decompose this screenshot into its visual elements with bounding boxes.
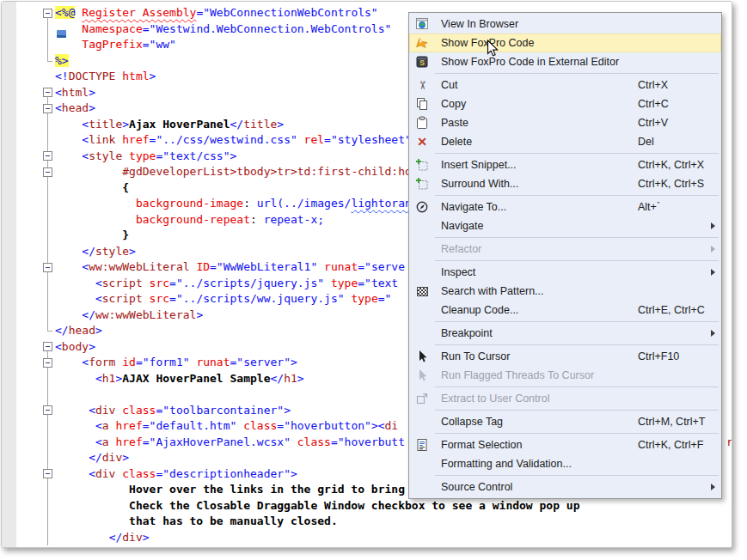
menu-item-view-in-browser[interactable]: View In Browser [409,15,721,33]
menu-separator [435,260,719,261]
no-icon [409,240,435,259]
code-token: </ [230,118,244,131]
code-line[interactable]: <script src="../scripts/jquery.js" type=… [55,276,398,292]
code-line[interactable]: <div class="toolbarcontainer"> [55,403,291,419]
code-line[interactable]: <title>Ajax HoverPanel</title> [55,117,284,133]
code-line[interactable]: <link href="../css/westwind.css" rel="st… [55,132,412,149]
code-token [324,277,331,289]
menu-item-show-foxpro-code-in-external-editor[interactable]: SShow FoxPro Code in External Editor [409,52,721,71]
code-line[interactable]: </div> [55,530,150,546]
code-line[interactable]: Check the Closable Draggable Window chec… [55,498,579,514]
menu-item-navigate-to[interactable]: Navigate To...Alt+` [409,198,721,216]
menu-item-navigate[interactable]: Navigate [409,216,721,235]
code-token: class [243,419,277,432]
code-line[interactable]: <ww:wwWebLiteral ID="WwWebLiteral1" runa… [55,259,405,276]
code-line[interactable]: </head> [55,323,102,339]
code-token: ="server" [230,356,291,368]
code-token: </ [89,451,102,464]
code-line[interactable]: <script src="../scripts/ww.jquery.js" ty… [55,291,391,307]
insert-snippet-icon [409,155,435,174]
smart-tag-icon[interactable] [57,30,66,38]
code-line[interactable]: <%@ Register Assembly="WebConnectionWebC… [55,5,378,21]
code-line[interactable]: { [55,180,129,197]
menu-separator [435,344,719,345]
code-token: rel [304,133,324,146]
menu-item-shortcut: Alt+` [638,198,660,216]
menu-item-show-foxpro-code[interactable]: Show FoxPro Code [409,33,721,52]
code-line[interactable]: </div> [55,450,129,466]
code-line[interactable]: that has to be manually closed. [55,514,338,530]
menu-item-source-control[interactable]: Source Control [409,478,721,496]
code-line[interactable]: <style type="text/css"> [55,149,236,165]
code-token: class [122,467,156,480]
code-token: runat [324,260,358,273]
code-token: </ [55,324,69,337]
menu-item-label: Copy [435,98,466,110]
code-token: ="hoverbutton" [277,419,371,432]
menu-item-inspect[interactable]: Inspect [409,263,721,282]
code-line[interactable]: <form id="form1" runat="server"> [55,355,297,371]
menu-item-label: Formatting and Validation... [435,458,572,470]
code-line[interactable]: Namespace="Westwind.WebConnection.WebCon… [55,21,391,38]
menu-item-cut[interactable]: ✂CutCtrl+X [409,76,721,94]
menu-separator [435,410,719,411]
menu-item-label: Source Control [435,481,512,493]
code-token: head [69,324,95,337]
code-line[interactable]: <html> [55,85,95,101]
code-token [55,260,82,273]
menu-item-label: Show FoxPro Code in External Editor [435,56,619,68]
code-line[interactable]: %> [55,53,69,70]
code-token: > [89,340,95,353]
code-line[interactable]: <a href="AjaxHoverPanel.wcsx" class="hov… [55,435,405,451]
menu-item-formatting-and-validation[interactable]: Formatting and Validation... [409,454,721,473]
code-line[interactable]: <div class="descriptionheader"> [55,466,297,483]
code-line[interactable]: <body> [55,339,95,356]
context-menu: View In BrowserShow FoxPro CodeSShow Fox… [408,12,722,499]
menu-item-label: Search with Pattern... [435,285,544,297]
code-token: src [150,292,169,305]
code-line[interactable]: <head> [55,100,95,117]
code-line[interactable]: } [55,228,129,244]
code-line[interactable]: <a href="default.htm" class="hoverbutton… [55,418,398,435]
code-line[interactable]: TagPrefix="ww" [55,37,176,53]
code-token: < [55,101,62,114]
menu-item-paste[interactable]: PasteCtrl+V [409,113,721,132]
code-line[interactable]: background-image: url(../images/lightora… [55,196,412,212]
code-line[interactable]: background-repeat: repeat-x; [55,212,324,228]
menu-item-insert-snippet[interactable]: Insert Snippet...Ctrl+K, Ctrl+X [409,155,721,174]
code-token: <%@ [55,6,75,19]
code-token: href [122,133,149,146]
menu-item-label: Show FoxPro Code [435,37,534,49]
code-line[interactable]: <h1>AJAX HoverPanel Sample</h1> [55,371,304,387]
external-editor-icon: S [409,52,435,71]
menu-item-format-selection[interactable]: Format SelectionCtrl+K, Ctrl+F [409,435,721,454]
code-line[interactable]: #gdDeveloperList>tbody>tr>td:first-child… [55,164,419,180]
code-token: < [95,419,102,432]
menu-item-cleanup-code[interactable]: Cleanup Code...Ctrl+E, Ctrl+C [409,301,721,320]
menu-separator [435,153,719,154]
code-line[interactable]: <!DOCTYPE html> [55,69,156,85]
menu-item-surround-with[interactable]: Surround With...Ctrl+K, Ctrl+S [409,174,721,193]
code-token: div [122,531,142,544]
code-line[interactable]: </style> [55,244,136,260]
code-line[interactable]: </ww:wwWebLiteral> [55,307,203,324]
menu-item-breakpoint[interactable]: Breakpoint [409,324,721,343]
code-token: that has to be manually closed. [129,514,338,527]
code-token: > [291,467,297,480]
code-token: div [95,467,115,480]
code-token [55,197,136,210]
code-token: > [89,101,95,114]
code-token: </ [82,308,95,321]
menu-item-run-to-cursor[interactable]: Run To CursorCtrl+F10 [409,347,721,366]
code-token: { [122,181,129,194]
menu-item-delete[interactable]: ✕DeleteDel [409,132,721,151]
menu-item-run-flagged-threads-to-cursor: Run Flagged Threads To Cursor [409,366,721,385]
code-token: } [122,228,129,241]
menu-item-copy[interactable]: CopyCtrl+C [409,94,721,113]
menu-item-collapse-tag[interactable]: Collapse TagCtrl+M, Ctrl+T [409,412,721,431]
code-token: : [243,197,257,210]
submenu-arrow-icon [711,222,715,229]
menu-item-label: Extract to User Control [435,393,549,405]
code-token: =" [378,292,392,305]
menu-item-search-with-pattern[interactable]: Search with Pattern... [409,282,721,301]
